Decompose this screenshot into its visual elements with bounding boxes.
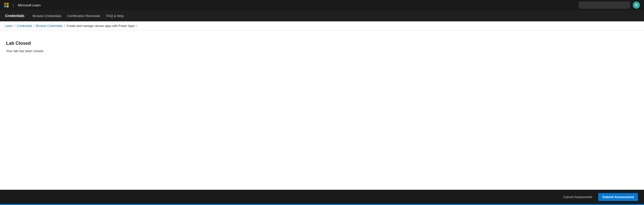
- breadcrumb: Learn / Credentials / Browse Credentials…: [0, 21, 644, 31]
- top-nav: | Microsoft Learn G: [0, 0, 644, 10]
- logo-sq3: [4, 5, 6, 7]
- bottom-accent: [0, 204, 644, 205]
- logo-squares: [4, 3, 9, 7]
- logo-sq4: [7, 5, 9, 7]
- main-content: Lab Closed Your lab has been closed.: [0, 31, 644, 190]
- breadcrumb-current-page: Create and manage canvas apps with Power…: [66, 24, 135, 28]
- lab-closed-message: Your lab has been closed.: [6, 49, 638, 53]
- nav-faq-help[interactable]: FAQ & Help: [106, 13, 124, 19]
- logo-sq2: [7, 3, 9, 5]
- cancel-assessment-button[interactable]: Cancel Assessment: [560, 194, 595, 200]
- footer: Cancel Assessment Submit Assessment: [0, 190, 644, 204]
- microsoft-logo: [4, 3, 9, 7]
- top-nav-left: | Microsoft Learn: [4, 3, 41, 8]
- breadcrumb-browse-credentials[interactable]: Browse Credentials: [36, 24, 63, 28]
- search-input[interactable]: [581, 3, 627, 7]
- search-box[interactable]: [579, 2, 630, 8]
- breadcrumb-sep-1: /: [14, 24, 15, 28]
- nav-browse-credentials[interactable]: Browse Credentials: [33, 13, 61, 19]
- submit-assessment-button[interactable]: Submit Assessment: [598, 193, 638, 201]
- breadcrumb-learn[interactable]: Learn: [5, 24, 13, 28]
- breadcrumb-sep-2: /: [34, 24, 35, 28]
- top-nav-right: G: [579, 2, 640, 9]
- top-nav-title: Microsoft Learn: [18, 3, 41, 7]
- breadcrumb-credentials[interactable]: Credentials: [17, 24, 32, 28]
- nav-cert-renewals[interactable]: Certification Renewals: [67, 13, 100, 19]
- nav-divider: |: [13, 3, 14, 8]
- breadcrumb-sep-4: /: [136, 24, 137, 28]
- lab-closed-title: Lab Closed: [6, 41, 638, 46]
- logo-sq1: [4, 3, 6, 5]
- breadcrumb-sep-3: /: [64, 24, 65, 28]
- secondary-nav: Credentials Browse Credentials Certifica…: [0, 10, 644, 21]
- avatar[interactable]: G: [633, 2, 640, 9]
- credentials-brand: Credentials: [5, 14, 24, 18]
